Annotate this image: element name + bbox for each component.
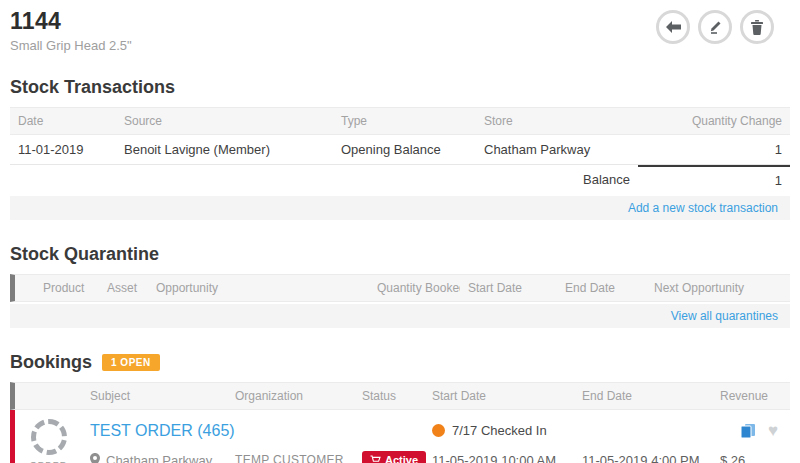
booking-subject-link[interactable]: TEST ORDER (465) xyxy=(82,420,424,450)
title-block: 1144 Small Grip Head 2.5" xyxy=(10,8,132,53)
column-header-source: Source xyxy=(116,108,333,134)
column-header-start-date: Start Date xyxy=(460,275,557,301)
booking-location-text: Chatham Parkway xyxy=(106,453,212,463)
arrow-left-icon xyxy=(664,20,682,34)
stock-quarantine-heading: Stock Quarantine xyxy=(10,244,790,265)
booking-start-date: 11-05-2019 10:00 AM xyxy=(424,453,574,463)
transaction-store: Chatham Parkway xyxy=(476,135,638,164)
bookings-header-row: Subject Organization Status Start Date E… xyxy=(10,382,790,410)
edit-button[interactable] xyxy=(698,10,732,44)
column-header-product: Product xyxy=(35,275,99,301)
status-badge-text: Active xyxy=(385,454,418,463)
balance-row: Balance 1 xyxy=(10,165,790,194)
column-header-end-date: End Date xyxy=(574,383,712,409)
transaction-date: 11-01-2019 xyxy=(10,135,116,164)
back-button[interactable] xyxy=(656,10,690,44)
favorite-heart-icon[interactable]: ♥ xyxy=(768,422,778,439)
column-header-type: Type xyxy=(333,108,476,134)
column-header-quantity-booked-in: Quantity Booked In xyxy=(369,275,460,301)
column-header-subject: Subject xyxy=(82,383,227,409)
stock-transactions-table: Date Source Type Store Quantity Change 1… xyxy=(10,107,790,220)
page-title: 1144 xyxy=(10,8,132,35)
booking-revenue: $ 26 xyxy=(712,453,790,463)
column-header-revenue: Revenue xyxy=(712,383,790,409)
stock-transactions-footer: Add a new stock transaction xyxy=(10,196,790,220)
product-detail-page: 1144 Small Grip Head 2.5" xyxy=(0,0,800,463)
delete-button[interactable] xyxy=(740,10,774,44)
column-header-date: Date xyxy=(10,108,116,134)
open-count-badge: 1 OPEN xyxy=(102,354,160,371)
table-row: 11-01-2019 Benoit Lavigne (Member) Openi… xyxy=(10,135,790,165)
column-header-start-date: Start Date xyxy=(424,383,574,409)
stock-transactions-header-row: Date Source Type Store Quantity Change xyxy=(10,107,790,135)
column-header-organization: Organization xyxy=(227,383,354,409)
booking-organization: TEMP CUSTOMER xyxy=(227,453,354,463)
header-actions xyxy=(656,8,790,44)
page-header: 1144 Small Grip Head 2.5" xyxy=(10,8,790,53)
cart-icon xyxy=(370,455,381,463)
duplicate-icon[interactable] xyxy=(740,423,756,439)
column-header-store: Store xyxy=(476,108,638,134)
stock-quarantine-footer: View all quarantines xyxy=(10,304,790,328)
bookings-table: Subject Organization Status Start Date E… xyxy=(10,382,790,463)
checked-in-text: 7/17 Checked In xyxy=(452,423,547,438)
order-type-cell: ORDER xyxy=(15,419,82,463)
column-header-next-opportunity: Next Opportunity xyxy=(646,275,790,301)
view-all-quarantines-link[interactable]: View all quarantines xyxy=(671,309,778,323)
transaction-source: Benoit Lavigne (Member) xyxy=(116,135,333,164)
column-header-asset: Asset xyxy=(99,275,148,301)
booking-status-cell: Active xyxy=(354,451,424,463)
status-badge: Active xyxy=(362,451,426,463)
booking-end-date: 11-05-2019 4:00 PM xyxy=(574,453,712,463)
stock-quarantine-header-row: Product Asset Opportunity Quantity Booke… xyxy=(10,274,790,302)
location-pin-icon xyxy=(90,453,100,463)
booking-row-actions: ♥ xyxy=(712,420,790,449)
balance-label: Balance xyxy=(476,166,638,193)
page-subtitle: Small Grip Head 2.5" xyxy=(10,38,132,53)
column-header-opportunity: Opportunity xyxy=(148,275,369,301)
column-header-status: Status xyxy=(354,383,424,409)
bookings-heading-row: Bookings 1 OPEN xyxy=(10,352,790,373)
column-header-quantity-change: Quantity Change xyxy=(638,108,790,134)
balance-value: 1 xyxy=(638,165,790,194)
stock-quarantine-table: Product Asset Opportunity Quantity Booke… xyxy=(10,274,790,328)
checked-in-status: 7/17 Checked In xyxy=(424,421,712,448)
transaction-type: Opening Balance xyxy=(333,135,476,164)
status-dot-icon xyxy=(432,424,445,437)
transaction-quantity-change: 1 xyxy=(638,135,790,164)
trash-icon xyxy=(750,19,764,35)
booking-location: Chatham Parkway xyxy=(82,453,227,463)
pencil-icon xyxy=(707,19,723,35)
order-circle-icon xyxy=(31,419,67,455)
booking-row: ORDER TEST ORDER (465) 7/17 Checked In ♥… xyxy=(10,410,790,463)
stock-transactions-heading: Stock Transactions xyxy=(10,77,790,98)
column-header-end-date: End Date xyxy=(557,275,646,301)
bookings-heading: Bookings xyxy=(10,352,92,373)
add-stock-transaction-link[interactable]: Add a new stock transaction xyxy=(628,201,778,215)
